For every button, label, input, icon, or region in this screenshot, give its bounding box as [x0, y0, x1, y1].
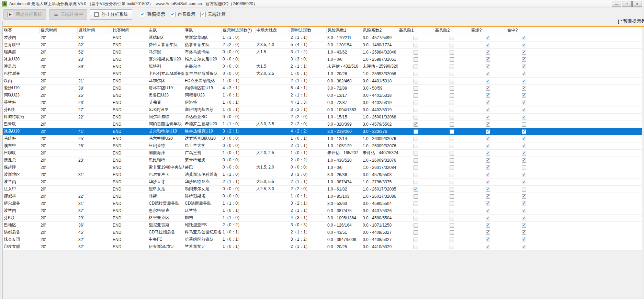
table-row[interactable]: 爱沙U19 20' 38' END 塔林军团U19 内姆梅区联U19 4（3：1… [3, 84, 642, 92]
finished-checkbox[interactable] [486, 187, 490, 192]
table-row[interactable]: 冰岛U19 20' 41' END 艾尔勒特尔U19 格林达维克U19 3（2：… [3, 128, 642, 135]
table-row[interactable]: 巴地区 20' 36' END 里尼亚雷斯 维托里亚ES 2（0：2） 3（0：… [3, 221, 642, 229]
hit-checkbox[interactable] [522, 101, 526, 105]
high-risk1-checkbox[interactable] [414, 93, 418, 98]
table-row[interactable]: 爱沙丙 20' 30' END 派德B队 赞斯拿华B队 1（1：0） 2（1：1… [3, 34, 642, 41]
table-row[interactable]: 印度女联 20' 32' END 伊夫斯SC女足 兰希斯女足 1（0：1） 2（… [3, 243, 642, 250]
table-row[interactable]: 芬兰杯 20' 23' END 艾弗克 伊洛特 1（0：1） 4（1：3） 0.… [3, 99, 642, 106]
table-row[interactable]: 澳布甲 20' 25' END 纽玛克特 昆士兰大学 0（0：0） 2（1：1）… [3, 142, 642, 149]
table-row[interactable]: 波兰丙 20' END 华沙天才 华沙哈特尼克 2（1：1） 大5.0, 5.5… [3, 178, 642, 185]
high-risk2-checkbox[interactable] [450, 216, 454, 220]
high-risk2-checkbox[interactable] [450, 122, 454, 127]
hit-checkbox[interactable] [522, 144, 526, 148]
toolbar-button[interactable]: 停止分析系统 [90, 9, 132, 20]
high-risk2-checkbox[interactable] [450, 223, 454, 228]
hit-checkbox[interactable] [522, 230, 526, 235]
checkbox-icon[interactable] [140, 12, 145, 17]
column-header[interactable]: 主队 [148, 27, 184, 34]
high-risk1-checkbox[interactable] [414, 122, 418, 127]
toolbar-button[interactable]: ▶ 启动分析系统 [3, 9, 46, 20]
high-risk2-checkbox[interactable] [450, 57, 454, 62]
high-risk1-checkbox[interactable] [414, 108, 418, 112]
hit-checkbox[interactable] [522, 194, 526, 199]
toolbar-checkbox[interactable]: 弹窗提示 [140, 11, 165, 18]
finished-checkbox[interactable] [486, 93, 490, 98]
high-risk2-checkbox[interactable] [450, 180, 454, 184]
column-header[interactable]: 命中? [506, 27, 542, 34]
high-risk1-checkbox[interactable] [414, 245, 418, 249]
table-row[interactable]: 科威特联冠 20' 22' END 阿尔科威特 卡达西亚SC 0（0：0） 2（… [3, 113, 642, 120]
high-risk2-checkbox[interactable] [450, 158, 454, 163]
high-risk1-checkbox[interactable] [414, 79, 418, 83]
table-row[interactable]: 波斯地区 20' 31' END 巴尼亚卢卡 法莫斯沃伊科维奇 1（1：0） 3… [3, 171, 642, 178]
column-header[interactable]: 提示时间 [39, 27, 77, 34]
high-risk1-checkbox[interactable] [414, 202, 418, 206]
hit-checkbox[interactable] [522, 65, 526, 69]
hit-checkbox[interactable] [522, 165, 526, 170]
hit-checkbox[interactable] [522, 57, 526, 62]
column-header[interactable]: 提示时进球数(*) [222, 27, 255, 34]
high-risk1-checkbox[interactable] [414, 144, 418, 148]
finished-checkbox[interactable] [486, 209, 490, 213]
column-header[interactable]: 完场? [470, 27, 506, 34]
hit-checkbox[interactable] [522, 86, 526, 91]
high-risk2-checkbox[interactable] [450, 108, 454, 112]
column-header[interactable]: 风险系数2 [362, 27, 398, 34]
toolbar-checkbox[interactable]: 声音提示 [170, 11, 195, 18]
column-header[interactable]: 客队 [184, 27, 222, 34]
table-row[interactable]: 芬K联 20' 29' END 格里夫克区 胡吉 1（1：0） 4（3：1） 3… [3, 214, 642, 221]
high-risk1-checkbox[interactable] [414, 137, 418, 141]
finished-checkbox[interactable] [486, 43, 490, 47]
column-header[interactable]: 即时进球数 [290, 27, 326, 34]
hit-checkbox[interactable] [522, 36, 526, 40]
table-row[interactable]: 洪都后备 20' 45' END CD马拉顿后备 科马亚瓜创世纪后备队 1（0：… [3, 229, 642, 236]
table-row[interactable]: 澳足总 20' 23' END 思比瑞特 莱卡特老虎 0（0：0） 2（0：2）… [3, 157, 642, 164]
hit-checkbox[interactable] [522, 238, 526, 242]
high-risk2-checkbox[interactable] [450, 165, 454, 170]
finished-checkbox[interactable] [486, 86, 490, 91]
table-row[interactable]: 澳足总 20' 89' END 班特列 南墨尔本 0（0：0） 大1.5 2（1… [3, 63, 642, 70]
hit-checkbox[interactable] [522, 43, 526, 47]
finished-checkbox[interactable] [486, 137, 490, 141]
column-header[interactable]: 中场大球盘 [255, 27, 290, 34]
high-risk1-checkbox[interactable] [414, 216, 418, 220]
hit-checkbox[interactable] [522, 216, 526, 220]
toolbar-checkbox[interactable]: 云端计算 [200, 11, 226, 18]
high-risk1-checkbox[interactable] [414, 65, 418, 69]
high-risk1-checkbox[interactable] [414, 86, 418, 91]
hit-checkbox[interactable] [522, 223, 526, 228]
high-risk2-checkbox[interactable] [450, 86, 454, 91]
high-risk2-checkbox[interactable] [450, 173, 454, 177]
high-risk1-checkbox[interactable] [414, 72, 418, 76]
column-header[interactable]: 高风险2 [434, 27, 470, 34]
hit-checkbox[interactable] [522, 173, 526, 177]
finished-checkbox[interactable] [486, 216, 490, 220]
high-risk2-checkbox[interactable] [450, 101, 454, 105]
table-row[interactable]: 萨尔后备 20' 31' END CD德拉贡后备队 CD法斯后备队 1（1：0）… [3, 200, 642, 207]
finished-checkbox[interactable] [486, 129, 490, 134]
high-risk2-checkbox[interactable] [450, 187, 454, 192]
finished-checkbox[interactable] [486, 144, 490, 148]
hit-checkbox[interactable] [522, 93, 526, 98]
high-risk2-checkbox[interactable] [450, 36, 454, 40]
table-row[interactable]: 阿联U23 20' 25' END 奥鲁巴U23 阿积曼U23 1（0：1） 2… [3, 92, 642, 99]
finished-checkbox[interactable] [486, 151, 490, 156]
high-risk2-checkbox[interactable] [450, 194, 454, 199]
high-risk2-checkbox[interactable] [450, 115, 454, 119]
high-risk2-checkbox[interactable] [450, 209, 454, 213]
high-risk2-checkbox[interactable] [450, 129, 454, 134]
high-risk1-checkbox[interactable] [414, 50, 418, 55]
finished-checkbox[interactable] [486, 57, 490, 62]
maximize-button[interactable]: □ [622, 1, 632, 7]
high-risk1-checkbox[interactable] [414, 158, 418, 163]
high-risk2-checkbox[interactable] [450, 144, 454, 148]
toolbar-button[interactable]: ☁ 云端连接中 [49, 9, 87, 20]
high-risk2-checkbox[interactable] [450, 65, 454, 69]
hit-checkbox[interactable] [522, 209, 526, 213]
table-row[interactable]: 马统杯 20' 25' END 马六甲联U20 达罗塔晋B队U20 0（0：0）… [3, 135, 642, 142]
high-risk1-checkbox[interactable] [414, 36, 418, 40]
table-row[interactable]: 保超降 20' END 索非亚1948中央陆军 赫巴 0（0：0） 大1.5, … [3, 164, 642, 171]
finished-checkbox[interactable] [486, 122, 490, 127]
finished-checkbox[interactable] [486, 72, 490, 76]
finished-checkbox[interactable] [486, 245, 490, 249]
